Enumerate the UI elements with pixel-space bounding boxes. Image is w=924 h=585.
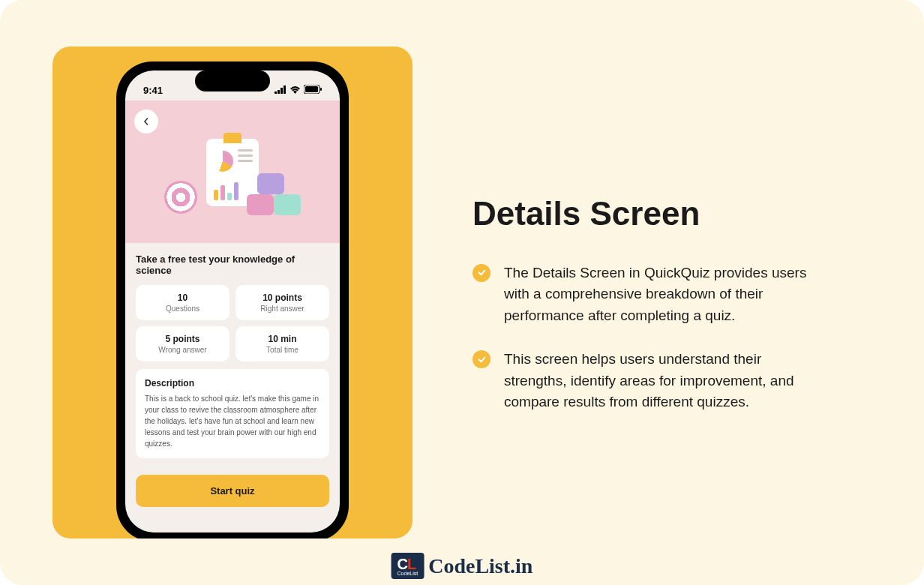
stat-card: 10 pointsRight answer — [236, 285, 329, 320]
svg-rect-2 — [280, 88, 283, 94]
hero-illustration — [206, 139, 259, 212]
watermark-badge: CL CodeList — [392, 553, 424, 579]
quiz-title: Take a free test your knowledge of scien… — [136, 254, 329, 276]
text-panel: Details Screen The Details Screen in Qui… — [472, 150, 872, 436]
target-icon — [164, 181, 197, 214]
phone-frame: 9:41 — [116, 62, 349, 538]
stat-value: 5 points — [140, 334, 225, 344]
stat-label: Questions — [140, 304, 225, 313]
phone-showcase-panel: 9:41 — [52, 46, 412, 538]
check-icon — [472, 264, 490, 282]
description-text: This is a back to school quiz. let's mak… — [145, 393, 320, 449]
svg-rect-1 — [278, 90, 280, 94]
stat-label: Wrong answer — [140, 346, 225, 354]
svg-rect-6 — [320, 88, 322, 91]
start-quiz-button[interactable]: Start quiz — [136, 475, 329, 507]
status-icons — [274, 85, 322, 96]
stat-label: Total time — [240, 346, 325, 354]
stats-grid: 10Questions 10 pointsRight answer 5 poin… — [136, 285, 329, 362]
quiz-body: Take a free test your knowledge of scien… — [125, 243, 340, 507]
feature-bullet: This screen helps users understand their… — [472, 349, 872, 413]
page-heading: Details Screen — [472, 195, 872, 232]
stat-card: 5 pointsWrong answer — [136, 326, 230, 362]
content-row: 9:41 — [0, 0, 924, 585]
phone-screen: 9:41 — [125, 70, 340, 532]
stat-label: Right answer — [240, 304, 325, 313]
quiz-hero — [125, 100, 340, 243]
stat-value: 10 min — [240, 334, 325, 344]
bullet-text: The Details Screen in QuickQuiz provides… — [504, 262, 819, 327]
battery-icon — [304, 85, 322, 96]
stat-value: 10 points — [240, 292, 325, 303]
description-card: Description This is a back to school qui… — [136, 369, 329, 458]
watermark-text: CodeList.in — [428, 554, 532, 578]
svg-rect-0 — [274, 92, 277, 94]
check-icon — [472, 350, 490, 368]
chevron-left-icon — [142, 118, 150, 125]
description-heading: Description — [145, 378, 320, 388]
feature-bullet: The Details Screen in QuickQuiz provides… — [472, 262, 872, 327]
stat-card: 10Questions — [136, 285, 230, 320]
watermark: CL CodeList CodeList.in — [392, 553, 533, 579]
phone-notch — [195, 70, 270, 92]
wifi-icon — [290, 85, 301, 96]
stat-value: 10 — [140, 292, 225, 303]
signal-icon — [274, 85, 286, 96]
stat-card: 10 minTotal time — [236, 326, 329, 362]
watermark-badge-sub: CodeList — [398, 571, 418, 576]
svg-rect-3 — [284, 86, 286, 94]
svg-rect-5 — [305, 86, 318, 92]
bullet-text: This screen helps users understand their… — [504, 349, 819, 413]
status-time: 9:41 — [143, 85, 163, 96]
page-card: 9:41 — [0, 0, 924, 585]
back-button[interactable] — [134, 110, 158, 134]
puzzle-icon — [247, 173, 301, 215]
